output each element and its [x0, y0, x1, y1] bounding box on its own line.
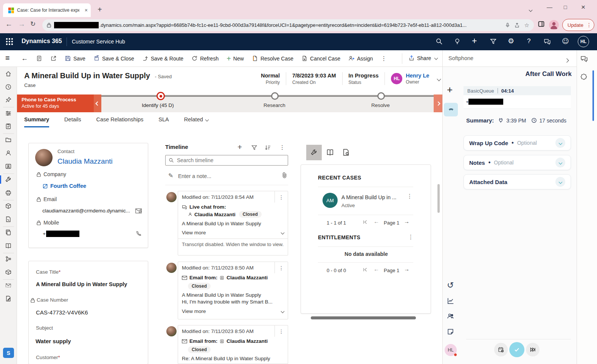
bpf-prev-chevron[interactable]: [94, 94, 101, 112]
tab-summary[interactable]: Summary: [24, 116, 49, 127]
timeline-search-input[interactable]: [177, 157, 279, 163]
softphone-call-tab[interactable]: [444, 103, 458, 116]
timeline-entry-email-2[interactable]: Modified on: 7/11/2023 8:50 AM ⋮ Email f…: [178, 325, 288, 364]
contact-name-link[interactable]: Claudia Mazzanti: [57, 157, 113, 166]
timeline-search-box[interactable]: [165, 155, 288, 166]
bpf-next-chevron[interactable]: [434, 94, 442, 112]
share-button[interactable]: Share: [408, 55, 437, 61]
assign-button[interactable]: Assign: [348, 55, 373, 62]
share-page-icon[interactable]: [514, 22, 520, 28]
mail-merge-icon[interactable]: [5, 282, 12, 289]
wrap-up-code-section[interactable]: Wrap Up Code • Optional: [464, 135, 571, 150]
social-profiles-icon[interactable]: [5, 163, 12, 170]
knowledge-cube-icon[interactable]: [5, 203, 12, 209]
view-more-link[interactable]: View more: [182, 230, 206, 235]
window-minimize-icon[interactable]: —: [547, 4, 552, 10]
browser-profile-avatar[interactable]: [549, 20, 559, 30]
main-scrollbar[interactable]: [437, 184, 440, 213]
notes-pad-icon[interactable]: [447, 328, 454, 335]
quick-create-icon[interactable]: +: [472, 36, 477, 46]
puzzle-icon[interactable]: [580, 73, 588, 81]
view-more-chevron-icon[interactable]: [281, 310, 285, 313]
complete-acw-button[interactable]: [509, 342, 524, 357]
owner-value[interactable]: Henry Le: [406, 73, 429, 79]
collections-icon[interactable]: [538, 20, 545, 28]
settings-gear-icon[interactable]: ⚙: [508, 37, 514, 45]
tab-details[interactable]: Details: [64, 116, 81, 127]
tab-search-chevron-icon[interactable]: [529, 6, 532, 13]
call-history-icon[interactable]: ↺: [447, 280, 454, 290]
bookmark-star-icon[interactable]: ☆: [524, 22, 529, 29]
tool-tab-article-search-icon[interactable]: [342, 148, 350, 156]
chevron-down-icon[interactable]: [555, 177, 565, 187]
company-link[interactable]: Fourth Coffee: [50, 183, 86, 189]
browser-menu-icon[interactable]: ⋮: [586, 22, 592, 28]
tab-case-relationships[interactable]: Case Relationships: [96, 116, 143, 127]
email-value[interactable]: claudiamazzanti@crmdemo.dynamic...: [42, 208, 130, 214]
bpf-stage-identify-marker[interactable]: [157, 92, 165, 100]
app-name[interactable]: Customer Service Hub: [72, 39, 125, 45]
call-phone-icon[interactable]: [136, 231, 142, 237]
first-page-icon[interactable]: [363, 220, 368, 225]
feedback-chat-icon[interactable]: [544, 38, 551, 45]
view-more-chevron-icon[interactable]: [281, 231, 285, 235]
teams-chat-icon[interactable]: [580, 55, 588, 63]
lightbulb-icon[interactable]: [454, 38, 461, 45]
bpf-stage-resolve-label[interactable]: Resolve: [371, 102, 390, 108]
browser-update-button[interactable]: Update ⋮: [562, 19, 594, 31]
resolve-case-button[interactable]: Resolve Case: [252, 55, 293, 62]
recent-case-title[interactable]: A Mineral Build Up in ...: [341, 194, 397, 200]
window-maximize-icon[interactable]: □: [564, 4, 567, 10]
window-close-icon[interactable]: ×: [581, 3, 585, 11]
doc-edit-icon[interactable]: [5, 295, 12, 302]
bpf-stage-research-marker[interactable]: [271, 92, 279, 100]
horizontal-scrollbar[interactable]: [311, 316, 416, 319]
entry-more-icon[interactable]: ⋮: [274, 262, 288, 273]
chevron-down-icon[interactable]: [555, 138, 565, 148]
cancel-case-button[interactable]: Cancel Case: [301, 55, 340, 62]
refresh-button[interactable]: Refresh: [191, 55, 219, 62]
smiley-icon[interactable]: ☺: [562, 37, 569, 45]
save-route-button[interactable]: Save & Route: [142, 55, 183, 62]
entitlements-more-icon[interactable]: ⋮: [408, 234, 414, 240]
article-search-icon[interactable]: [5, 216, 12, 223]
popout-icon[interactable]: [50, 55, 57, 62]
softphone-collapse-icon[interactable]: [565, 57, 568, 64]
timeline-more-icon[interactable]: ⋮: [279, 144, 285, 151]
browser-refresh-icon[interactable]: ↻: [30, 20, 36, 28]
bpf-stage-resolve-marker[interactable]: [377, 92, 385, 100]
case-title-value[interactable]: A Mineral Build Up in Water Supply: [36, 281, 127, 287]
browser-back-icon[interactable]: ←: [5, 20, 12, 28]
book-icon[interactable]: [5, 242, 12, 249]
recent-case-more-icon[interactable]: ⋮: [407, 193, 412, 200]
chevron-down-icon[interactable]: [555, 158, 565, 167]
help-icon[interactable]: ?: [527, 37, 530, 45]
form-list-icon[interactable]: [36, 55, 42, 62]
owner-field[interactable]: HL Henry Le Owner: [391, 73, 429, 85]
schedule-followup-button[interactable]: [494, 343, 508, 356]
tool-tab-knowledge-book-icon[interactable]: [326, 148, 334, 156]
back-icon[interactable]: ←: [21, 54, 28, 62]
softphone-add-icon[interactable]: +: [447, 84, 453, 96]
timeline-entry-chat[interactable]: Modified on: 7/11/2023 8:54 AM ⋮ Live ch…: [178, 191, 288, 256]
attached-data-section[interactable]: Attached Data: [464, 174, 571, 189]
command-overflow-icon[interactable]: ⋮: [381, 55, 387, 62]
bpf-stage-identify-label[interactable]: Identify (45 D): [142, 102, 174, 108]
tool-tab-wrench[interactable]: [306, 145, 322, 160]
save-button[interactable]: Save: [65, 55, 85, 62]
contacts-icon[interactable]: [5, 150, 12, 156]
prev-page-icon[interactable]: ←: [374, 218, 379, 225]
customers-icon[interactable]: [447, 312, 454, 320]
sitemap-toggle-icon[interactable]: ≡: [5, 54, 10, 62]
waffle-icon[interactable]: [6, 38, 13, 45]
subject-value[interactable]: Water supply: [36, 338, 71, 344]
recent-clock-icon[interactable]: [5, 84, 12, 90]
mic-icon[interactable]: [505, 22, 510, 28]
brand-title[interactable]: Dynamics 365: [22, 38, 62, 45]
activities-icon[interactable]: [5, 123, 12, 130]
analytics-chart-icon[interactable]: [447, 297, 454, 305]
skip-button[interactable]: [526, 343, 540, 356]
cases-wrench-icon[interactable]: [5, 176, 12, 183]
notes-section[interactable]: Notes • Optional: [464, 155, 571, 170]
next-page-icon[interactable]: →: [404, 266, 409, 272]
